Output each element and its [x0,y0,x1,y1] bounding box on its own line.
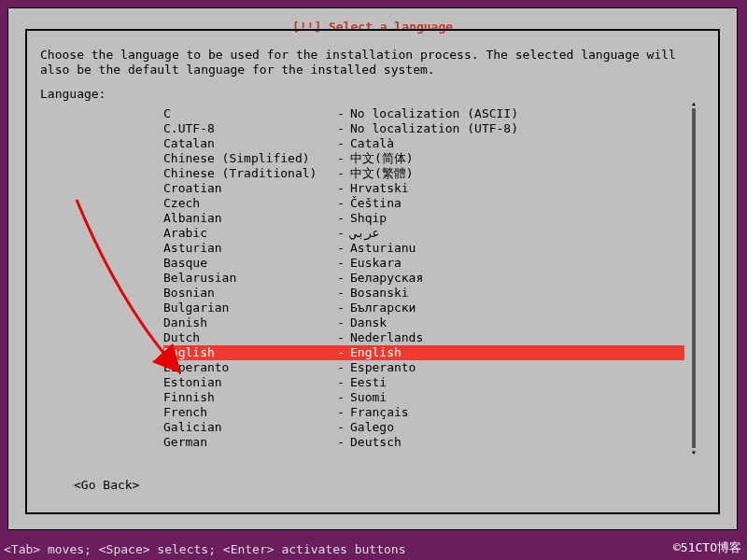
language-name: Croatian [163,181,331,196]
language-native: Asturianu [350,241,684,256]
separator: - [331,315,350,330]
language-row[interactable]: Bosnian-Bosanski [163,286,684,301]
separator: - [331,166,350,181]
language-name: Basque [163,256,331,271]
language-native: Català [350,136,684,151]
language-row[interactable]: Dutch-Nederlands [163,330,684,345]
language-row[interactable]: Esperanto-Esperanto [163,360,684,375]
language-native: No localization (UTF-8) [350,121,684,136]
language-row[interactable]: English-English [163,345,684,360]
separator: - [331,345,350,360]
scroll-down-icon[interactable]: ▾ [690,448,698,457]
language-name: French [163,405,331,420]
installer-window: [!!] Select a language Choose the langua… [7,7,738,530]
language-native: Čeština [350,196,684,211]
language-row[interactable]: Galician-Galego [163,420,684,435]
scrollbar[interactable]: ▴ ▾ [690,106,698,450]
language-name: Chinese (Simplified) [163,151,331,166]
language-name: Esperanto [163,360,331,375]
separator: - [331,106,350,121]
language-native: 中文(简体) [350,151,684,166]
separator: - [331,226,350,241]
language-row[interactable]: Arabic-عربي [163,226,684,241]
language-native: No localization (ASCII) [350,106,684,121]
language-name: Czech [163,196,331,211]
language-row[interactable]: Bulgarian-Български [163,301,684,315]
language-native: Беларуская [350,271,684,286]
language-name: Estonian [163,375,331,390]
separator: - [331,271,350,286]
description-text: Choose the language to be used for the i… [40,48,705,77]
language-native: Deutsch [350,435,684,450]
language-native: Nederlands [350,330,684,345]
language-row[interactable]: Asturian-Asturianu [163,241,684,256]
language-name: Albanian [163,211,331,226]
separator: - [331,330,350,345]
language-native: Suomi [350,390,684,405]
language-name: Finnish [163,390,331,405]
language-native: Euskara [350,256,684,271]
language-native: Bosanski [350,286,684,301]
desktop: [!!] Select a language Choose the langua… [0,0,747,560]
language-label: Language: [40,87,705,101]
language-row[interactable]: Belarusian-Беларуская [163,271,684,286]
language-row[interactable]: Danish-Dansk [163,315,684,330]
keyboard-hint: <Tab> moves; <Space> selects; <Enter> ac… [4,542,405,556]
language-name: English [163,345,331,360]
language-name: Galician [163,420,331,435]
language-row[interactable]: Finnish-Suomi [163,390,684,405]
separator: - [331,136,350,151]
language-name: Asturian [163,241,331,256]
language-row[interactable]: C.UTF-8-No localization (UTF-8) [163,121,684,136]
separator: - [331,420,350,435]
scroll-track[interactable] [692,108,696,448]
language-name: Catalan [163,136,331,151]
scroll-up-icon[interactable]: ▴ [690,99,698,108]
language-row[interactable]: Basque-Euskara [163,256,684,271]
language-native: Français [350,405,684,420]
separator: - [331,241,350,256]
language-native: Esperanto [350,360,684,375]
language-name: C [163,106,331,121]
language-name: Arabic [163,226,331,241]
language-row[interactable]: C-No localization (ASCII) [163,106,684,121]
language-row[interactable]: German-Deutsch [163,435,684,450]
watermark: ©51CTO博客 [673,539,741,556]
separator: - [331,151,350,166]
separator: - [331,435,350,450]
language-native: Dansk [350,315,684,330]
separator: - [331,390,350,405]
go-back-button[interactable]: <Go Back> [74,478,139,492]
language-name: German [163,435,331,450]
dialog-frame: Choose the language to be used for the i… [25,29,720,514]
language-native: Galego [350,420,684,435]
language-native: English [350,345,684,360]
language-row[interactable]: Chinese (Traditional)-中文(繁體) [163,166,684,181]
separator: - [331,405,350,420]
language-name: Danish [163,315,331,330]
language-native: Hrvatski [350,181,684,196]
language-row[interactable]: Estonian-Eesti [163,375,684,390]
language-native: عربي [350,226,684,241]
language-name: Bulgarian [163,301,331,315]
separator: - [331,256,350,271]
separator: - [331,301,350,315]
language-row[interactable]: Chinese (Simplified)-中文(简体) [163,151,684,166]
language-name: Belarusian [163,271,331,286]
separator: - [331,196,350,211]
language-name: C.UTF-8 [163,121,331,136]
language-list[interactable]: C-No localization (ASCII)C.UTF-8-No loca… [163,106,684,450]
language-row[interactable]: Catalan-Català [163,136,684,151]
separator: - [331,360,350,375]
separator: - [331,375,350,390]
language-name: Chinese (Traditional) [163,166,331,181]
language-native: Български [350,301,684,315]
separator: - [331,121,350,136]
language-native: 中文(繁體) [350,166,684,181]
language-row[interactable]: Czech-Čeština [163,196,684,211]
language-row[interactable]: Croatian-Hrvatski [163,181,684,196]
language-name: Dutch [163,330,331,345]
language-row[interactable]: Albanian-Shqip [163,211,684,226]
separator: - [331,286,350,301]
language-row[interactable]: French-Français [163,405,684,420]
